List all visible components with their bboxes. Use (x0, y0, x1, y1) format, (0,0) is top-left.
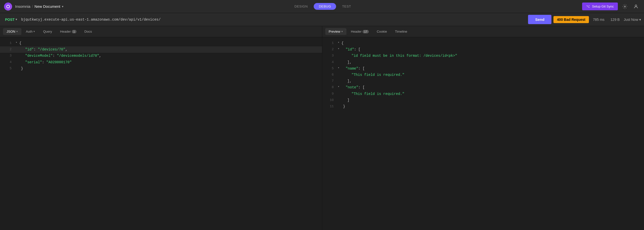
code-line-5: 5 } (0, 66, 322, 72)
top-bar-actions: ⌥ Setup Git Sync (582, 3, 640, 11)
timestamp-label: Just Now (624, 18, 638, 22)
nav-debug[interactable]: DEBUG (314, 3, 336, 10)
response-header-badge: 17 (363, 30, 369, 33)
top-bar: Insomnia / New Document ▾ DESIGN DEBUG T… (0, 0, 644, 13)
main-content: JSON ▾ Auth ▾ Query Header 1 Docs 1 ▾ { (0, 26, 644, 230)
resp-line-8: 8 ▾ "note": [ (322, 84, 644, 91)
resp-line-6: 6 "This field is required." (322, 72, 644, 78)
method-chevron: ▾ (16, 18, 17, 21)
tab-preview-label: Preview (329, 30, 340, 33)
app-name: Insomnia (15, 4, 30, 9)
tab-auth-chevron: ▾ (33, 30, 35, 33)
header-badge: 1 (72, 30, 76, 33)
right-panel: Preview ▾ Header 17 Cookie Timeline 1 ▾ … (322, 26, 644, 230)
send-button[interactable]: Send (528, 15, 551, 24)
svg-point-1 (7, 5, 9, 7)
tab-docs-label: Docs (85, 30, 92, 33)
tab-query-label: Query (43, 30, 52, 33)
tab-docs[interactable]: Docs (81, 28, 96, 35)
nav-test[interactable]: TEST (337, 3, 356, 10)
resp-line-2: 2 ▾ "id": [ (322, 46, 644, 53)
url-input[interactable] (21, 18, 526, 22)
tab-header[interactable]: Header 1 (57, 28, 80, 35)
resp-line-7: 7 ], (322, 78, 644, 84)
method-dropdown[interactable]: POST ▾ (3, 17, 19, 23)
code-line-2: 2 "id": "/devices/70", (0, 46, 322, 53)
url-bar: POST ▾ Send 400 Bad Request 785 ms 129 B… (0, 13, 644, 26)
nav-tabs: DESIGN DEBUG TEST (66, 3, 579, 10)
tab-json-chevron: ▾ (16, 30, 18, 33)
code-line-1: 1 ▾ { (0, 40, 322, 46)
git-sync-icon: ⌥ (586, 5, 590, 8)
app-logo (4, 3, 12, 11)
settings-button[interactable] (621, 3, 629, 11)
tab-auth-label: Auth (26, 30, 33, 33)
resp-line-5: 5 ▾ "name": [ (322, 66, 644, 72)
tab-json[interactable]: JSON ▾ (3, 28, 21, 35)
timing-badge: 785 ms (591, 18, 607, 22)
timestamp: Just Now ▾ (624, 18, 641, 22)
document-chevron[interactable]: ▾ (62, 5, 63, 8)
tab-header-label: Header (60, 30, 71, 33)
tab-response-header-label: Header (351, 30, 362, 33)
app-title: Insomnia / New Document ▾ (15, 4, 63, 9)
document-name[interactable]: New Document (34, 4, 60, 9)
tab-cookie[interactable]: Cookie (373, 28, 390, 35)
resp-line-10: 10 ] (322, 97, 644, 103)
size-badge: 129 B (609, 18, 622, 22)
tab-query[interactable]: Query (39, 28, 55, 35)
nav-design[interactable]: DESIGN (290, 3, 313, 10)
git-sync-label: Setup Git Sync (592, 5, 614, 8)
tab-cookie-label: Cookie (377, 30, 387, 33)
svg-point-2 (624, 6, 626, 7)
tab-json-label: JSON (7, 30, 15, 33)
tab-timeline-label: Timeline (395, 30, 407, 33)
account-button[interactable] (632, 3, 640, 11)
tab-auth[interactable]: Auth ▾ (22, 28, 39, 35)
right-panel-tabs: Preview ▾ Header 17 Cookie Timeline (322, 26, 644, 37)
tab-timeline[interactable]: Timeline (391, 28, 411, 35)
svg-point-3 (635, 5, 637, 7)
code-line-3: 3 "deviceModel": "/devicemodels/id70", (0, 53, 322, 59)
response-body-editor: 1 ▾ { 2 ▾ "id": [ 3 "id field must be in… (322, 37, 644, 230)
git-sync-button[interactable]: ⌥ Setup Git Sync (582, 3, 618, 10)
left-panel: JSON ▾ Auth ▾ Query Header 1 Docs 1 ▾ { (0, 26, 322, 230)
status-badge: 400 Bad Request (553, 16, 589, 23)
resp-line-11: 11 } (322, 103, 644, 110)
resp-line-1: 1 ▾ { (322, 40, 644, 46)
left-panel-tabs: JSON ▾ Auth ▾ Query Header 1 Docs (0, 26, 322, 37)
resp-line-4: 4 ], (322, 59, 644, 66)
title-separator: / (32, 4, 33, 9)
method-label: POST (5, 18, 15, 22)
resp-line-9: 9 "This field is required." (322, 91, 644, 97)
resp-line-3: 3 "id field must be in this format: /dev… (322, 53, 644, 59)
request-body-editor[interactable]: 1 ▾ { 2 "id": "/devices/70", 3 "deviceMo… (0, 37, 322, 230)
tab-preview-chevron: ▾ (341, 30, 343, 33)
tab-preview[interactable]: Preview ▾ (325, 28, 346, 35)
tab-response-header[interactable]: Header 17 (347, 28, 372, 35)
timestamp-chevron: ▾ (639, 18, 641, 22)
code-line-4: 4 "serial": "A020000170" (0, 59, 322, 66)
